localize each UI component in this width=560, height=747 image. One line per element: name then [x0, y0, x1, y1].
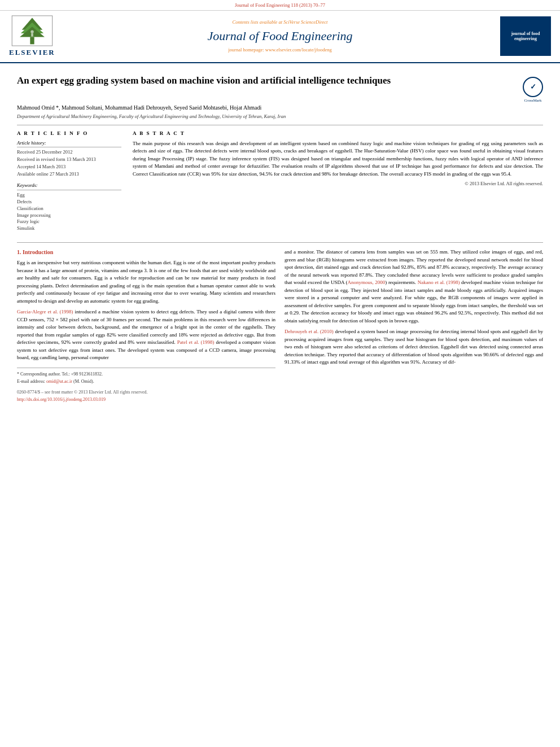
affiliation-line: Department of Agricultural Machinery Eng…	[17, 113, 543, 120]
section1-para1: Egg is an inexpensive but very nutritiou…	[17, 259, 275, 305]
journal-cover-thumb: journal of food engineering	[500, 16, 551, 56]
journal-thumbnail: journal of food engineering	[489, 16, 551, 56]
keywords-group: Keywords: Egg Defects Classification Ima…	[17, 182, 121, 232]
elsevier-wordmark: ELSEVIER	[9, 47, 55, 58]
section1-para3-right: Dehrouyeh et al. (2010) developed a syst…	[285, 328, 543, 366]
crossmark-badge: ✓ CrossMark	[523, 77, 543, 97]
keyword-fuzzy-logic: Fuzzy logic	[17, 219, 121, 225]
elsevier-tree-icon	[10, 15, 55, 46]
section1-para2-right: and a monitor. The distance of camera le…	[285, 248, 543, 325]
svg-rect-0	[30, 37, 34, 44]
garcia-ref[interactable]: Garcia-Alegre et al. (1998)	[17, 309, 73, 314]
article-title-section: An expert egg grading system based on ma…	[17, 75, 543, 101]
article-history: Article history: Received 25 December 20…	[17, 140, 121, 178]
footnote-star: * Corresponding author. Tel.: +98 912361…	[17, 371, 275, 377]
footnote-email-link[interactable]: omid@ut.ac.ir	[46, 379, 72, 384]
keywords-list: Egg Defects Classification Image process…	[17, 192, 121, 232]
journal-header: ELSEVIER Contents lists available at Sci…	[0, 11, 560, 63]
keywords-label: Keywords:	[17, 182, 121, 190]
crossmark-label: CrossMark	[523, 98, 543, 104]
info-abstract-section: A R T I C L E I N F O Article history: R…	[17, 130, 543, 237]
body-left: 1. Introduction Egg is an inexpensive bu…	[17, 248, 275, 403]
section1-heading: 1. Introduction	[17, 248, 275, 256]
nakano-ref[interactable]: Nakano et al. (1998)	[418, 279, 460, 285]
article-title-wrapper: An expert egg grading system based on ma…	[17, 75, 517, 87]
abstract-col: A B S T R A C T The main purpose of this…	[133, 130, 543, 237]
received-date: Received 25 December 2012	[17, 149, 121, 156]
body-right: and a monitor. The distance of camera le…	[285, 248, 543, 403]
journal-info-bar: Journal of Food Engineering 118 (2013) 7…	[0, 0, 560, 11]
footnote-section: * Corresponding author. Tel.: +98 912361…	[17, 368, 275, 385]
abstract-label: A B S T R A C T	[133, 130, 543, 137]
keyword-defects: Defects	[17, 199, 121, 206]
svg-point-4	[30, 30, 34, 33]
anonymous-ref[interactable]: Anonymous, 2000	[348, 279, 386, 285]
footnote-email-label: E-mail address:	[17, 379, 45, 384]
sciverse-link: Contents lists available at SciVerse Sci…	[71, 19, 489, 26]
main-content: An expert egg grading system based on ma…	[0, 63, 560, 409]
abstract-body-divider	[17, 242, 543, 243]
keyword-simulink: Simulink	[17, 225, 121, 232]
article-history-label: Article history:	[17, 140, 121, 148]
crossmark-icon: ✓	[523, 77, 543, 97]
available-date: Available online 27 March 2013	[17, 171, 121, 178]
accepted-date: Accepted 14 March 2013	[17, 164, 121, 171]
abstract-body: The main purpose of this research was de…	[133, 140, 543, 178]
header-divider	[17, 125, 543, 125]
journal-info-text: Journal of Food Engineering 118 (2013) 7…	[235, 2, 325, 8]
journal-title: Journal of Food Engineering	[71, 28, 489, 45]
section1-para2: Garcia-Alegre et al. (1998) introduced a…	[17, 308, 275, 362]
article-info-label: A R T I C L E I N F O	[17, 130, 121, 137]
keyword-image-processing: Image processing	[17, 212, 121, 219]
abstract-copyright: © 2013 Elsevier Ltd. All rights reserved…	[133, 181, 543, 187]
doi-text[interactable]: http://dx.doi.org/10.1016/j.jfoodeng.201…	[17, 397, 106, 402]
keyword-classification: Classification	[17, 206, 121, 212]
elsevier-logo: ELSEVIER	[9, 15, 55, 58]
elsevier-logo-section: ELSEVIER	[9, 15, 71, 58]
article-title: An expert egg grading system based on ma…	[17, 75, 517, 87]
footnote-email: E-mail address: omid@ut.ac.ir (M. Omid).	[17, 378, 275, 385]
footnote-email-name: (M. Omid).	[73, 379, 94, 384]
journal-homepage: journal homepage: www.elsevier.com/locat…	[71, 47, 489, 54]
bottom-bar: 0260-8774/$ – see front matter © 2013 El…	[17, 389, 275, 395]
doi-link[interactable]: http://dx.doi.org/10.1016/j.jfoodeng.201…	[17, 395, 275, 403]
body-content: 1. Introduction Egg is an inexpensive bu…	[17, 248, 543, 403]
svg-rect-5	[31, 33, 33, 36]
revised-date: Received in revised form 13 March 2013	[17, 156, 121, 163]
article-info-col: A R T I C L E I N F O Article history: R…	[17, 130, 121, 237]
keyword-egg: Egg	[17, 192, 121, 199]
journal-thumb-text: journal of food engineering	[502, 31, 549, 42]
authors-line: Mahmoud Omid *, Mahmoud Soltani, Mohamma…	[17, 104, 543, 112]
journal-header-center: Contents lists available at SciVerse Sci…	[71, 19, 489, 54]
patel-ref[interactable]: Patel et al. (1998)	[177, 339, 215, 345]
dehrouyeh-ref[interactable]: Dehrouyeh et al. (2010)	[285, 329, 334, 334]
homepage-text: journal homepage: www.elsevier.com/locat…	[228, 47, 332, 53]
issn-text: 0260-8774/$ – see front matter © 2013 El…	[17, 389, 148, 395]
sciverse-prefix: Contents lists available at	[233, 19, 283, 25]
sciverse-brand: SciVerse ScienceDirect	[283, 19, 327, 25]
